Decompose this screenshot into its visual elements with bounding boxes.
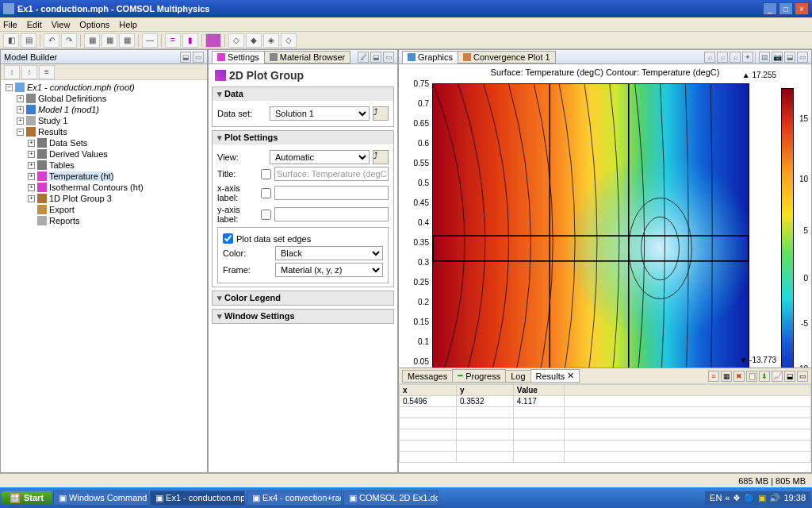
view-goto-button[interactable]: ⤴ xyxy=(373,150,389,164)
toolbar-btn[interactable] xyxy=(205,33,221,48)
toolbar-btn[interactable]: ◇ xyxy=(228,33,244,48)
tree-item[interactable]: Data Sets xyxy=(49,138,87,148)
panel-btn[interactable]: ⬓ xyxy=(180,52,191,63)
expander-icon[interactable]: + xyxy=(28,151,35,158)
tray-icon[interactable]: 🔵 xyxy=(744,493,755,503)
graphics-btn[interactable]: ⬓ xyxy=(784,52,795,63)
tab-log[interactable]: Log xyxy=(505,370,530,383)
graphics-btn[interactable]: ▤ xyxy=(759,52,770,63)
tree-tool[interactable]: ↕ xyxy=(4,65,20,79)
expander-icon[interactable]: + xyxy=(17,117,24,125)
panel-btn[interactable]: ▭ xyxy=(797,371,808,382)
tree-item[interactable]: Tables xyxy=(49,160,75,170)
tray-icon[interactable]: 🔊 xyxy=(769,493,780,503)
expander-icon[interactable]: + xyxy=(28,140,35,147)
model-tree[interactable]: −Ex1 - conduction.mph (root) +Global Def… xyxy=(1,80,207,472)
dataset-select[interactable]: Solution 1 xyxy=(270,106,370,121)
menu-help[interactable]: Help xyxy=(119,20,137,29)
tray-icon[interactable]: « xyxy=(725,493,730,502)
toolbar-btn[interactable]: ↷ xyxy=(61,33,77,48)
tray-icon[interactable]: ❖ xyxy=(733,493,741,503)
tree-item-results[interactable]: Results xyxy=(38,127,67,137)
panel-btn[interactable]: ⬓ xyxy=(370,52,381,63)
expander-icon[interactable]: − xyxy=(6,84,13,91)
xaxis-input[interactable] xyxy=(274,186,389,200)
zoom-in-icon[interactable]: ⌕ xyxy=(717,52,728,63)
taskbar-item[interactable]: ▣Ex1 - conduction.mph... xyxy=(150,491,245,506)
results-tool[interactable]: ▦ xyxy=(721,371,732,382)
tab-convergence[interactable]: Convergence Plot 1 xyxy=(458,51,556,64)
expander-icon[interactable]: + xyxy=(28,162,35,169)
panel-btn[interactable]: 🖉 xyxy=(358,52,369,63)
taskbar-item[interactable]: ▣Windows Commander 4.... xyxy=(53,491,148,506)
tab-graphics[interactable]: Graphics xyxy=(402,51,458,64)
yaxis-input[interactable] xyxy=(274,207,389,221)
results-tool[interactable]: 📈 xyxy=(772,371,783,382)
zoom-icon[interactable]: ⌕ xyxy=(730,52,741,63)
toolbar-btn[interactable]: ▤ xyxy=(21,33,36,48)
tree-item[interactable]: Isothermal Contours (ht) xyxy=(49,183,144,192)
toolbar-btn[interactable]: ◧ xyxy=(3,33,19,48)
graphics-btn[interactable]: ▭ xyxy=(797,52,808,63)
expander-icon[interactable]: + xyxy=(17,95,24,102)
section-color-legend[interactable]: Color Legend xyxy=(213,291,393,305)
expander-icon[interactable]: + xyxy=(17,106,24,114)
tree-item[interactable]: Reports xyxy=(49,216,80,225)
modelbuilder-tab[interactable]: Model Builder xyxy=(4,52,57,62)
toolbar-btn[interactable]: ▦ xyxy=(102,33,117,48)
tab-messages[interactable]: Messages xyxy=(402,370,453,383)
expander-icon[interactable]: + xyxy=(28,195,35,202)
panel-btn[interactable]: ⬓ xyxy=(784,371,795,382)
tab-material-browser[interactable]: Material Browser xyxy=(264,51,351,64)
panel-btn[interactable]: ▭ xyxy=(193,52,204,63)
tab-results[interactable]: Results ✕ xyxy=(530,369,580,383)
color-select[interactable]: Black xyxy=(275,246,383,260)
taskbar-item[interactable]: ▣Ex4 - convection+radiati... xyxy=(247,491,342,506)
tree-item[interactable]: Derived Values xyxy=(49,149,108,159)
frame-select[interactable]: Material (x, y, z) xyxy=(275,263,383,277)
taskbar-item[interactable]: ▣COMSOL 2D Ex1.doc - Mi... xyxy=(343,491,439,506)
toolbar-btn[interactable]: = xyxy=(165,33,181,48)
tree-item[interactable]: Global Definitions xyxy=(38,94,106,103)
tree-root[interactable]: Ex1 - conduction.mph (root) xyxy=(27,83,135,92)
section-window-settings[interactable]: Window Settings xyxy=(213,310,393,323)
menu-edit[interactable]: Edit xyxy=(27,20,42,29)
clock[interactable]: 19:38 xyxy=(783,493,806,502)
system-tray[interactable]: EN « ❖ 🔵 ▣ 🔊 19:38 xyxy=(705,491,810,505)
expander-icon[interactable]: + xyxy=(28,184,35,191)
close-button[interactable]: × xyxy=(795,2,809,15)
tree-item[interactable]: 1D Plot Group 3 xyxy=(49,194,112,203)
table-row[interactable]: 0.5496 0.3532 4.117 xyxy=(400,396,811,407)
col-value[interactable]: Value xyxy=(513,385,564,396)
plotedges-checkbox[interactable] xyxy=(223,233,233,244)
toolbar-btn[interactable]: ▦ xyxy=(84,33,100,48)
view-select[interactable]: Automatic xyxy=(270,150,370,164)
tree-item[interactable]: Study 1 xyxy=(38,116,67,125)
results-tool[interactable]: 📋 xyxy=(746,371,757,382)
results-table[interactable]: x y Value 0.5496 0.3532 4.117 xyxy=(399,384,811,472)
expander-icon[interactable]: − xyxy=(17,129,24,136)
plot-canvas[interactable] xyxy=(432,83,749,368)
plot-area[interactable]: Surface: Temperature (degC) Contour: Tem… xyxy=(399,64,811,368)
yaxis-checkbox[interactable] xyxy=(261,210,271,220)
tree-tool[interactable]: ≡ xyxy=(39,65,55,79)
menu-view[interactable]: View xyxy=(52,20,71,29)
toolbar-btn[interactable]: ↶ xyxy=(44,33,59,48)
zoom-icon[interactable]: ✦ xyxy=(742,52,753,63)
zoom-extents-icon[interactable]: ⌕ xyxy=(704,52,715,63)
minimize-button[interactable]: _ xyxy=(763,2,777,15)
dataset-goto-button[interactable]: ⤴ xyxy=(373,106,389,121)
panel-btn[interactable]: ▭ xyxy=(383,52,394,63)
tray-icon[interactable]: ▣ xyxy=(758,493,766,503)
toolbar-btn[interactable]: ◇ xyxy=(281,33,297,48)
menu-options[interactable]: Options xyxy=(79,20,109,29)
tree-item[interactable]: Export xyxy=(49,205,75,214)
tab-progress[interactable]: ━Progress xyxy=(452,369,506,383)
menu-file[interactable]: File xyxy=(3,20,17,29)
tree-item[interactable]: Model 1 (mod1) xyxy=(38,105,99,114)
title-checkbox[interactable] xyxy=(261,169,271,179)
tree-tool[interactable]: ↕ xyxy=(21,65,37,79)
results-tool[interactable]: ≡ xyxy=(708,371,719,382)
toolbar-btn[interactable]: ▮ xyxy=(182,33,198,48)
results-tool[interactable]: ✖ xyxy=(733,371,745,382)
